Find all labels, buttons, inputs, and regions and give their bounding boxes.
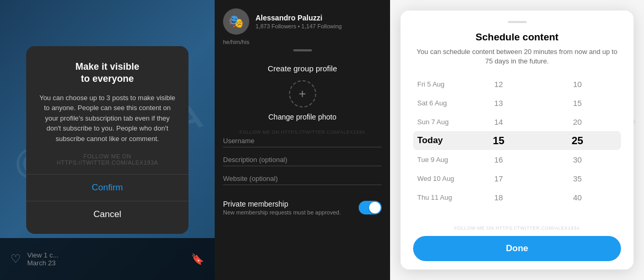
cal-num1: 17 — [459, 174, 538, 183]
calendar-row[interactable]: Thu 11 Aug1840 — [413, 188, 621, 207]
cal-num2: 15 — [538, 99, 617, 107]
website-underline — [223, 185, 382, 185]
cal-day-name: Thu 11 Aug — [417, 193, 459, 201]
cal-day-name: Tue 9 Aug — [417, 156, 459, 164]
cal-day-name: Today — [417, 135, 459, 146]
pm-subtitle: New membership requests must be approved… — [223, 209, 341, 216]
calendar-picker: Fri 5 Aug1210Sat 6 Aug1315Sun 7 Aug1420T… — [413, 74, 621, 221]
profile-header: 🎭 Alessandro Paluzzi 1,873 Followers • 1… — [215, 0, 390, 39]
view-text: View 1 c... — [27, 251, 59, 259]
cal-num2: 25 — [538, 135, 617, 147]
panel-make-visible: @ALEX193A Make it visibleto everyone You… — [0, 0, 215, 280]
cancel-button[interactable]: Cancel — [39, 201, 176, 228]
private-membership-text: Private membership New membership reques… — [223, 200, 341, 216]
view-info: View 1 c... March 23 — [27, 251, 59, 267]
cal-day-name: Sat 6 Aug — [417, 99, 459, 107]
calendar-row[interactable]: Today1525 — [413, 131, 621, 150]
profile-pronouns: he/him/his — [215, 39, 390, 45]
panel-create-group: 🎭 Alessandro Paluzzi 1,873 Followers • 1… — [215, 0, 390, 280]
create-group-section: Create group profile + Change profile ph… — [215, 58, 390, 127]
profile-stats: 1,873 Followers • 1,147 Following — [256, 23, 382, 29]
pm-title: Private membership — [223, 200, 341, 208]
username-field: Username — [223, 137, 382, 147]
cal-day-name: Sun 7 Aug — [417, 118, 459, 126]
create-group-label: Create group profile — [223, 64, 382, 73]
panel-schedule: @ALEX193A Schedule content You can sched… — [390, 0, 644, 280]
add-group-button[interactable]: + — [289, 80, 316, 107]
panel2-watermark: FOLLOW ME ON HTTPS://TWITTER.COM/ALEX193… — [215, 130, 390, 135]
heart-icon[interactable]: ♡ — [10, 252, 21, 266]
private-membership-toggle[interactable] — [359, 201, 382, 214]
cal-num2: 30 — [538, 155, 617, 164]
cal-num2: 10 — [538, 80, 617, 89]
toggle-thumb — [369, 202, 381, 213]
website-field: Website (optional) — [223, 175, 382, 185]
group-form: Username Description (optional) Website … — [215, 137, 390, 185]
panel1-bottom-bar: ♡ View 1 c... March 23 🔖 — [0, 238, 215, 280]
cal-day-name: Fri 5 Aug — [417, 80, 459, 88]
schedule-title: Schedule content — [413, 31, 621, 43]
panel3-watermark-text: FOLLOW ME ON HTTPS://TWITTER.COM/ALEX193… — [413, 225, 621, 231]
cal-num1: 18 — [459, 193, 538, 202]
calendar-row[interactable]: Tue 9 Aug1630 — [413, 150, 621, 169]
username-label: Username — [223, 137, 382, 145]
profile-info: Alessandro Paluzzi 1,873 Followers • 1,1… — [256, 14, 382, 29]
drag-handle[interactable] — [293, 49, 312, 51]
schedule-drag-handle[interactable] — [508, 21, 527, 23]
schedule-modal: Schedule content You can schedule conten… — [401, 10, 634, 270]
bookmark-icon[interactable]: 🔖 — [191, 253, 204, 265]
cal-num1: 12 — [459, 80, 538, 89]
cal-num1: 16 — [459, 155, 538, 164]
modal-title: Make it visibleto everyone — [39, 61, 176, 85]
modal-watermark: FOLLOW ME ON HTTPS://TWITTER.COM/ALEX193… — [39, 153, 176, 166]
confirm-button[interactable]: Confirm — [39, 175, 176, 201]
cal-num1: 15 — [459, 135, 538, 147]
done-button[interactable]: Done — [413, 236, 621, 261]
cal-num2: 35 — [538, 174, 617, 183]
description-field: Description (optional) — [223, 156, 382, 166]
date-text: March 23 — [27, 259, 59, 267]
make-visible-modal: Make it visibleto everyone You can choos… — [26, 46, 188, 234]
username-underline — [223, 147, 382, 147]
calendar-row[interactable]: Sun 7 Aug1420 — [413, 112, 621, 131]
website-label: Website (optional) — [223, 175, 382, 182]
calendar-row[interactable]: Sat 6 Aug1315 — [413, 93, 621, 112]
change-photo-label[interactable]: Change profile photo — [223, 113, 382, 121]
cal-num2: 40 — [538, 193, 617, 202]
private-membership-row: Private membership New membership reques… — [215, 193, 390, 222]
cal-num1: 14 — [459, 117, 538, 126]
cal-num1: 13 — [459, 99, 538, 107]
calendar-row[interactable]: Fri 5 Aug1210 — [413, 74, 621, 93]
profile-name: Alessandro Paluzzi — [256, 14, 382, 22]
schedule-subtitle: You can schedule content between 20 minu… — [413, 47, 621, 66]
avatar: 🎭 — [223, 8, 249, 35]
calendar-row[interactable]: Wed 10 Aug1735 — [413, 169, 621, 188]
cal-num2: 20 — [538, 117, 617, 126]
description-label: Description (optional) — [223, 156, 382, 164]
cal-day-name: Wed 10 Aug — [417, 175, 459, 182]
modal-body: You can choose up to 3 posts to make vis… — [39, 93, 176, 144]
description-underline — [223, 166, 382, 166]
